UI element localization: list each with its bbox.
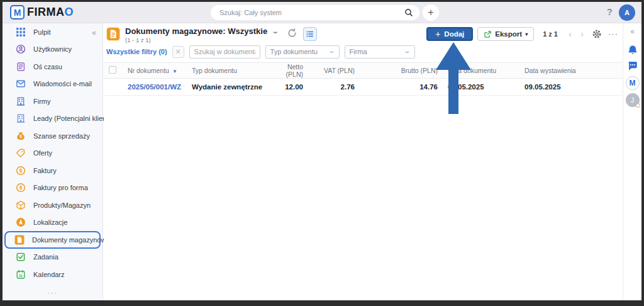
table-cell: 09.05.2025	[525, 83, 561, 91]
sidebar-item-pulpit[interactable]: Pulpit	[4, 23, 101, 41]
global-search-placeholder: Szukaj: Cały system	[219, 9, 404, 16]
sidebar-item-label: Dokumenty magazynowe	[32, 236, 110, 244]
column-header[interactable]: Data dokumentu	[448, 67, 496, 74]
company-select[interactable]: Firma ⌄	[345, 45, 415, 59]
sidebar: « PulpitUżytkownicyOś czasuWiadomości e-…	[3, 23, 103, 300]
svg-text:$: $	[19, 134, 22, 139]
documents-table: Nr dokumentu▼Typ dokumentuNetto (PLN)VAT…	[104, 62, 622, 96]
sidebar-item-label: Oferty	[33, 149, 52, 157]
chat-icon[interactable]	[627, 60, 638, 72]
filter-bar: Wszystkie filtry (0) ✕ Typ dokumentu ⌄ F…	[104, 42, 622, 59]
table-cell: 09.05.2025	[448, 83, 484, 91]
quick-add-button[interactable]: +	[423, 4, 439, 21]
sidebar-item-firmy[interactable]: Firmy	[4, 93, 101, 110]
grid-icon	[16, 27, 26, 37]
sidebar-item-wiadomości-e-mail[interactable]: Wiadomości e-mail	[4, 76, 101, 93]
column-header[interactable]: Nr dokumentu	[128, 67, 169, 74]
table-cell: 2.76	[341, 83, 355, 91]
envelope-icon	[16, 79, 26, 89]
add-button[interactable]: + Dodaj	[426, 27, 473, 41]
right-rail: « M J	[623, 23, 641, 300]
tag-icon	[16, 148, 26, 158]
title-chevron-down-icon[interactable]: ⌄	[271, 28, 279, 35]
column-header[interactable]: Data wystawienia	[525, 67, 576, 74]
user-circle-icon	[16, 44, 26, 54]
sidebar-item-dokumenty-magazynowe[interactable]: Dokumenty magazynowe	[4, 231, 101, 249]
column-header[interactable]: VAT (PLN)	[324, 67, 355, 74]
sidebar-item-użytkownicy[interactable]: Użytkownicy	[4, 41, 101, 59]
sidebar-item-label: Firmy	[33, 98, 51, 105]
list-view-toggle[interactable]	[303, 27, 317, 41]
bell-icon[interactable]	[627, 45, 638, 56]
document-search-input[interactable]	[189, 45, 260, 59]
document-link[interactable]: 2025/05/001/WZ	[128, 83, 181, 91]
gear-icon[interactable]	[592, 29, 602, 39]
record-count: (1 - 1 z 1)	[125, 37, 278, 43]
sidebar-item-label: Produkty/Magazyn	[33, 201, 91, 209]
sidebar-item-zadania[interactable]: Zadania	[4, 249, 101, 266]
rail-collapse-icon[interactable]: «	[630, 27, 635, 36]
help-icon[interactable]: ?	[607, 6, 613, 17]
more-options-icon[interactable]: ···	[608, 28, 618, 40]
export-button[interactable]: Eksport ▾	[477, 27, 534, 41]
sidebar-item-produkty-magazyn[interactable]: Produkty/Magazyn	[4, 196, 101, 214]
search-icon[interactable]	[404, 8, 413, 17]
app-window: M FIRMAO Szukaj: Cały system + ? A « Pul…	[3, 2, 641, 300]
sort-desc-icon[interactable]: ▼	[172, 69, 177, 74]
chevron-left-icon[interactable]: ‹	[564, 28, 576, 40]
sidebar-item-szanse-sprzedaży[interactable]: $Szanse sprzedaży	[4, 127, 101, 145]
column-header[interactable]: Netto (PLN)	[286, 63, 303, 78]
export-button-label: Eksport	[495, 30, 522, 38]
sidebar-item-label: Faktury pro forma	[33, 184, 88, 191]
avatar-initial: J	[631, 96, 635, 104]
export-caret-down-icon: ▾	[525, 31, 528, 37]
refresh-icon[interactable]	[287, 28, 297, 38]
sidebar-item-kalendarz[interactable]: 31Kalendarz	[4, 266, 101, 283]
column-header[interactable]: Typ dokumentu	[192, 67, 237, 74]
sidebar-item-label: Pulpit	[33, 28, 51, 36]
document-type-select[interactable]: Typ dokumentu ⌄	[265, 45, 340, 59]
all-filters-link[interactable]: Wszystkie filtry (0)	[106, 48, 167, 55]
module-toolbar: Dokumenty magazynowe: Wszystkie ⌄ (1 - 1…	[104, 23, 622, 42]
sidebar-item-faktury[interactable]: $Faktury	[4, 162, 101, 179]
sidebar-more-button[interactable]: ···	[3, 289, 103, 297]
svg-text:$: $	[19, 167, 23, 174]
user-avatar-secondary[interactable]: J	[626, 93, 640, 107]
sidebar-item-label: Szanse sprzedaży	[33, 132, 90, 140]
global-search-input[interactable]: Szukaj: Cały system	[211, 5, 419, 20]
company-placeholder: Firma	[350, 48, 367, 55]
sidebar-item-label: Użytkownicy	[33, 45, 72, 53]
firmao-logo-icon: M	[10, 5, 25, 20]
timeline-icon	[16, 62, 26, 72]
check-square-icon	[16, 252, 26, 262]
sidebar-item-lokalizacje[interactable]: Lokalizacje	[4, 214, 101, 232]
sidebar-item-oś-czasu[interactable]: Oś czasu	[4, 58, 101, 76]
table-header-row: Nr dokumentu▼Typ dokumentuNetto (PLN)VAT…	[104, 63, 622, 79]
firmao-badge-icon[interactable]: M	[626, 76, 640, 90]
clear-filters-icon[interactable]: ✕	[172, 46, 184, 58]
sidebar-item-oferty[interactable]: Oferty	[4, 145, 101, 162]
cube-icon	[16, 200, 26, 210]
sidebar-item-label: Zadania	[33, 253, 58, 261]
page-title[interactable]: Dokumenty magazynowe: Wszystkie	[125, 27, 267, 35]
chevron-right-icon[interactable]: ›	[576, 28, 588, 40]
svg-text:$: $	[19, 184, 23, 191]
select-all-checkbox[interactable]	[109, 66, 116, 74]
column-header[interactable]: Brutto (PLN)	[401, 67, 438, 74]
firmao-logo[interactable]: M FIRMAO	[10, 5, 74, 20]
sidebar-item-label: Kalendarz	[33, 271, 65, 278]
table-cell: 12.00	[285, 83, 303, 91]
export-icon	[484, 30, 492, 38]
dollar-circle-icon: $	[16, 166, 26, 176]
pagination-label: 1 z 1	[543, 30, 558, 38]
table-row[interactable]: 2025/05/001/WZWydanie zewnętrzne12.002.7…	[104, 79, 622, 96]
location-icon	[16, 217, 26, 227]
select-chevron-down-icon: ⌄	[403, 47, 411, 54]
building-icon	[16, 96, 26, 106]
sidebar-item-leady-potencjalni-klienci[interactable]: Leady (Potencjalni klienci)	[4, 110, 101, 128]
sidebar-item-label: Oś czasu	[33, 63, 62, 71]
toolbar-actions: + Dodaj Eksport ▾ 1 z 1 ‹ › ···	[426, 27, 619, 41]
table-body: 2025/05/001/WZWydanie zewnętrzne12.002.7…	[104, 79, 622, 96]
user-avatar[interactable]: A	[619, 4, 635, 21]
sidebar-item-faktury-pro-forma[interactable]: $Faktury pro forma	[4, 179, 101, 197]
